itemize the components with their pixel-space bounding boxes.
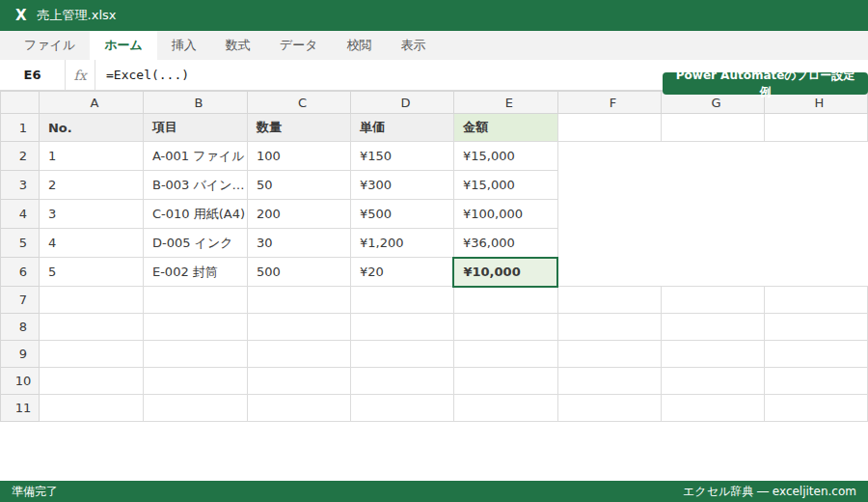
cell-D3[interactable]: ¥300 (350, 171, 453, 200)
row-header-2[interactable]: 2 (1, 142, 40, 171)
cell-H5[interactable] (764, 229, 867, 258)
cell-H1[interactable] (764, 114, 867, 142)
cell-G6[interactable] (661, 258, 764, 287)
row-header-6[interactable]: 6 (1, 258, 40, 287)
column-header-D[interactable]: D (350, 92, 453, 114)
tab-home[interactable]: ホーム (90, 31, 157, 60)
cell-A9[interactable] (39, 341, 143, 368)
cell-C11[interactable] (248, 395, 351, 422)
cell-G10[interactable] (661, 368, 764, 395)
tab-file[interactable]: ファイル (10, 31, 90, 60)
row-header-9[interactable]: 9 (1, 341, 40, 368)
cell-A3[interactable]: 2 (39, 171, 143, 200)
cell-D2[interactable]: ¥150 (350, 142, 453, 171)
column-header-F[interactable]: F (557, 92, 661, 114)
cell-E2[interactable]: ¥15,000 (453, 142, 557, 171)
cell-A5[interactable]: 4 (39, 229, 143, 258)
cell-B5[interactable]: D-005 インク (143, 229, 247, 258)
cell-E11[interactable] (453, 395, 557, 422)
column-header-B[interactable]: B (143, 92, 247, 114)
tab-view[interactable]: 表示 (386, 31, 440, 60)
cell-D4[interactable]: ¥500 (350, 200, 453, 229)
row-header-4[interactable]: 4 (1, 200, 40, 229)
cell-E5[interactable]: ¥36,000 (453, 229, 557, 258)
cell-A11[interactable] (39, 395, 143, 422)
row-header-8[interactable]: 8 (1, 314, 40, 341)
cell-B8[interactable] (143, 314, 247, 341)
cell-G7[interactable] (661, 287, 764, 314)
cell-B3[interactable]: B-003 バイン… (143, 171, 247, 200)
cell-B9[interactable] (143, 341, 247, 368)
cell-H2[interactable] (764, 142, 867, 171)
cell-E4[interactable]: ¥100,000 (453, 200, 557, 229)
cell-H6[interactable] (764, 258, 867, 287)
cell-H3[interactable] (764, 171, 867, 200)
cell-B11[interactable] (143, 395, 247, 422)
cell-C4[interactable]: 200 (248, 200, 351, 229)
cell-G2[interactable] (661, 142, 764, 171)
cell-D8[interactable] (350, 314, 453, 341)
cell-H4[interactable] (764, 200, 867, 229)
cell-G9[interactable] (661, 341, 764, 368)
cell-B1[interactable]: 項目 (143, 114, 247, 142)
cell-D10[interactable] (350, 368, 453, 395)
select-all-corner[interactable] (1, 92, 40, 114)
cell-G3[interactable] (661, 171, 764, 200)
cell-C2[interactable]: 100 (248, 142, 351, 171)
cell-A2[interactable]: 1 (39, 142, 143, 171)
cell-C7[interactable] (248, 287, 351, 314)
cell-A10[interactable] (39, 368, 143, 395)
cell-G11[interactable] (661, 395, 764, 422)
column-header-A[interactable]: A (39, 92, 143, 114)
row-header-10[interactable]: 10 (1, 368, 40, 395)
cell-H8[interactable] (764, 314, 867, 341)
power-automate-flow-button[interactable]: Power Automateのフロー設定例 (663, 72, 868, 95)
tab-insert[interactable]: 挿入 (157, 31, 211, 60)
cell-C5[interactable]: 30 (248, 229, 351, 258)
cell-D7[interactable] (350, 287, 453, 314)
cell-E6[interactable]: ¥10,000 (453, 258, 557, 287)
cell-C10[interactable] (248, 368, 351, 395)
cell-E7[interactable] (453, 287, 557, 314)
tab-data[interactable]: データ (265, 31, 333, 60)
cell-A6[interactable]: 5 (39, 258, 143, 287)
cell-B4[interactable]: C-010 用紙(A4) (143, 200, 247, 229)
row-header-11[interactable]: 11 (1, 395, 40, 422)
cell-G4[interactable] (661, 200, 764, 229)
cell-H7[interactable] (764, 287, 867, 314)
cell-F3[interactable] (557, 171, 661, 200)
cell-F9[interactable] (557, 341, 661, 368)
cell-B6[interactable]: E-002 封筒 (143, 258, 247, 287)
cell-B7[interactable] (143, 287, 247, 314)
cell-B2[interactable]: A-001 ファイル (143, 142, 247, 171)
cell-E3[interactable]: ¥15,000 (453, 171, 557, 200)
row-header-1[interactable]: 1 (1, 114, 40, 142)
cell-G1[interactable] (661, 114, 764, 142)
cell-B10[interactable] (143, 368, 247, 395)
cell-C6[interactable]: 500 (248, 258, 351, 287)
cell-D11[interactable] (350, 395, 453, 422)
row-header-5[interactable]: 5 (1, 229, 40, 258)
cell-C8[interactable] (248, 314, 351, 341)
cell-A8[interactable] (39, 314, 143, 341)
cell-A1[interactable]: No. (39, 114, 143, 142)
cell-D5[interactable]: ¥1,200 (350, 229, 453, 258)
row-header-3[interactable]: 3 (1, 171, 40, 200)
cell-G8[interactable] (661, 314, 764, 341)
column-header-C[interactable]: C (248, 92, 351, 114)
cell-F2[interactable] (557, 142, 661, 171)
name-box[interactable]: E6 (0, 60, 66, 90)
cell-F7[interactable] (557, 287, 661, 314)
formula-input[interactable]: =Excel(...) (95, 60, 189, 90)
cell-G5[interactable] (661, 229, 764, 258)
cell-C9[interactable] (248, 341, 351, 368)
cell-F5[interactable] (557, 229, 661, 258)
cell-E8[interactable] (453, 314, 557, 341)
cell-D9[interactable] (350, 341, 453, 368)
cell-H10[interactable] (764, 368, 867, 395)
cell-E1[interactable]: 金額 (453, 114, 557, 142)
cell-E10[interactable] (453, 368, 557, 395)
tab-review[interactable]: 校閲 (332, 31, 386, 60)
fx-icon[interactable]: fx (66, 60, 95, 90)
cell-F10[interactable] (557, 368, 661, 395)
